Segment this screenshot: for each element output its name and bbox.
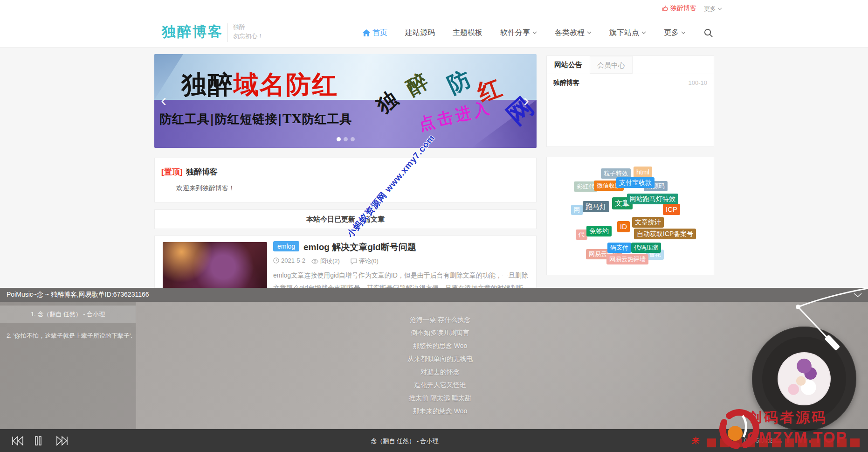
hero-carousel[interactable]: 独醉域名防红 防红工具|防红短链接|TX防红工具 独 醉 防 红 网 点击进入 … xyxy=(154,54,537,148)
chevron-down-icon xyxy=(717,7,722,10)
nav-item-theme-template[interactable]: 主题模板 xyxy=(453,28,482,38)
carousel-dot[interactable] xyxy=(344,137,348,141)
playlist-item[interactable]: 2. '你怕不怕，这辈子就是上辈子所说的下辈子'... xyxy=(7,329,132,343)
tag-自动获取ICP备案号[interactable]: 自动获取ICP备案号 xyxy=(634,229,696,239)
update-notice: 本站今日已更新 篇文章 xyxy=(155,210,536,229)
comment-icon xyxy=(351,258,357,264)
nav-item-software-share[interactable]: 软件分享 xyxy=(500,28,537,38)
now-playing-title: 念（翻自 任然） - 合小理 xyxy=(136,437,674,445)
tab-member-center[interactable]: 会员中心 xyxy=(590,56,633,74)
article-reads-text: 阅读(2) xyxy=(320,257,340,265)
chevron-down-icon xyxy=(532,31,537,34)
cmzym-watermark-line1: 创码者源码 xyxy=(748,408,827,427)
lyric-line: 那未来的悬念 Woo xyxy=(136,404,744,417)
pinned-badge: [置顶] xyxy=(161,167,182,177)
nav-label: 更多 xyxy=(664,28,679,38)
carousel-next-arrow[interactable]: › xyxy=(524,92,529,109)
article-comments: 评论(0) xyxy=(351,257,379,265)
pinned-content: 欢迎来到独醉博客！ xyxy=(176,184,235,193)
red-watermark-char: 来 xyxy=(692,436,699,446)
tag-网易云热评墙[interactable]: 网易云热评墙 xyxy=(606,254,648,264)
topbar-more-label: 更多 xyxy=(704,5,716,13)
player-header-title: PoiMusic~念 ~ 独醉博客,网易歌单ID:6736231166 xyxy=(7,291,149,299)
nav-item-more[interactable]: 更多 xyxy=(664,28,686,38)
thumbs-up-icon xyxy=(662,5,668,12)
nav-item-tutorials[interactable]: 各类教程 xyxy=(555,28,592,38)
site-header: 独醉博客 更多 独醉博客 独醉 勿忘初心！ 首页 建站源码 主题模板 软件分享 … xyxy=(0,0,868,48)
tag-代[interactable]: 代 xyxy=(576,229,587,240)
carousel-subtitle: 防红工具|防红短链接|TX防红工具 xyxy=(159,111,352,127)
tag-cloud: 粒子特效html幻源码彩虹代微信收款支付宝收款网文章网站跑马灯特效跑马灯ICP文… xyxy=(547,157,714,275)
tab-site-announcement[interactable]: 网站公告 xyxy=(547,56,590,74)
lyric-line: 造化弄人它又怪谁 xyxy=(136,378,744,391)
lyric-line: 对逝去的怀念 xyxy=(136,365,744,378)
carousel-dot-active[interactable] xyxy=(337,137,341,141)
chevron-down-icon xyxy=(641,31,646,34)
tag-网站跑马灯特效[interactable]: 网站跑马灯特效 xyxy=(627,194,678,204)
playlist-item-active[interactable]: 1. 念（翻自 任然） - 合小理 xyxy=(0,306,136,323)
tag-支付宝收款[interactable]: 支付宝收款 xyxy=(616,177,654,188)
nav-label: 主题模板 xyxy=(453,28,482,38)
article-title[interactable]: emlog 解决文章gid断号问题 xyxy=(303,241,416,253)
announcement-value: 100-10 xyxy=(689,79,707,86)
update-notice-prefix: 本站今日已更新 xyxy=(306,215,355,224)
site-logo[interactable]: 独醉博客 xyxy=(162,22,223,42)
carousel-prev-arrow[interactable]: ‹ xyxy=(161,92,166,109)
lyrics: 沧海一粟 存什么执念倒不如多读几则寓言那悠长的思念 Woo从来都似单向的无线电对… xyxy=(136,313,744,417)
site-tagline-line1: 独醉 xyxy=(233,22,245,32)
next-track-icon[interactable] xyxy=(56,436,69,446)
tag-cloud-panel: 粒子特效html幻源码彩虹代微信收款支付宝收款网文章网站跑马灯特效跑马灯ICP文… xyxy=(546,157,714,275)
site-tagline-line2: 勿忘初心！ xyxy=(233,32,263,41)
announcement-title[interactable]: 独醉博客 xyxy=(553,79,579,87)
home-icon xyxy=(363,29,370,36)
chevron-down-icon xyxy=(587,31,592,34)
main-nav: 首页 建站源码 主题模板 软件分享 各类教程 旗下站点 更多 xyxy=(363,23,713,42)
tag-html[interactable]: html xyxy=(634,167,652,178)
clock-icon xyxy=(273,257,279,264)
lyric-line: 倒不如多读几则寓言 xyxy=(136,326,744,339)
tag-ICP[interactable]: ICP xyxy=(663,204,680,215)
carousel-title-black: 独醉 xyxy=(181,70,234,99)
update-notice-panel: 本站今日已更新 篇文章 xyxy=(154,209,537,229)
nav-label: 各类教程 xyxy=(555,28,585,38)
nav-label: 首页 xyxy=(372,28,387,38)
carousel-title-red: 域名防红 xyxy=(234,70,338,99)
tonearm xyxy=(727,275,868,378)
player-playlist: 1. 念（翻自 任然） - 合小理 2. '你怕不怕，这辈子就是上辈子所说的下辈… xyxy=(0,302,136,429)
article-date-text: 2021-5-2 xyxy=(281,257,305,264)
tag-代码压缩[interactable]: 代码压缩 xyxy=(631,243,661,253)
nav-label: 软件分享 xyxy=(500,28,530,38)
chevron-down-icon xyxy=(681,31,686,34)
tag-跑马灯[interactable]: 跑马灯 xyxy=(583,201,609,212)
nav-item-sub-sites[interactable]: 旗下站点 xyxy=(609,28,646,38)
logo-divider xyxy=(227,23,228,42)
nav-item-site-source[interactable]: 建站源码 xyxy=(405,28,435,38)
search-icon[interactable] xyxy=(703,28,713,38)
topbar-blog-label: 独醉博客 xyxy=(670,4,696,13)
pause-icon[interactable] xyxy=(34,436,42,446)
carousel-dots xyxy=(154,137,537,141)
tag-ID[interactable]: ID xyxy=(617,221,630,232)
eye-icon xyxy=(311,258,318,264)
carousel-title: 独醉域名防红 xyxy=(181,68,338,102)
lyric-line: 那悠长的思念 Woo xyxy=(136,339,744,352)
tag-码支付[interactable]: 码支付 xyxy=(607,243,631,253)
previous-track-icon[interactable] xyxy=(11,436,24,446)
article-category-badge[interactable]: emlog xyxy=(273,241,299,251)
topbar-blog-link[interactable]: 独醉博客 xyxy=(662,4,696,13)
announcement-panel: 网站公告 会员中心 独醉博客 100-10 xyxy=(546,56,714,147)
nav-label: 旗下站点 xyxy=(609,28,639,38)
article-reads: 阅读(2) xyxy=(311,257,340,265)
page-root: 独醉博客 更多 独醉博客 独醉 勿忘初心！ 首页 建站源码 主题模板 软件分享 … xyxy=(0,0,868,452)
tag-网[interactable]: 网 xyxy=(571,205,583,215)
cmzym-watermark-line2: CMZYM.TOP xyxy=(747,429,847,446)
carousel-dot[interactable] xyxy=(351,137,355,141)
tag-文章统计[interactable]: 文章统计 xyxy=(632,217,664,228)
cmzym-watermark: 创码者源码 CMZYM.TOP xyxy=(702,407,868,452)
article-comments-text: 评论(0) xyxy=(359,257,379,265)
nav-item-home[interactable]: 首页 xyxy=(363,28,387,38)
topbar-more[interactable]: 更多 xyxy=(704,5,722,13)
pinned-title[interactable]: 独醉博客 xyxy=(186,167,218,177)
article-date: 2021-5-2 xyxy=(273,257,305,264)
tag-免签约[interactable]: 免签约 xyxy=(586,226,612,236)
